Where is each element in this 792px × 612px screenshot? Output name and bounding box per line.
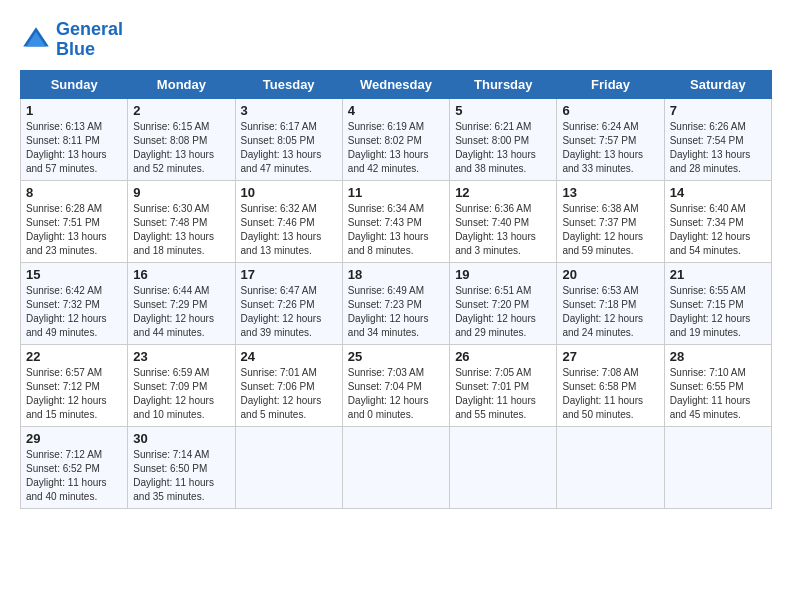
day-detail: Sunrise: 6:55 AMSunset: 7:15 PMDaylight:… [670, 284, 766, 340]
day-detail: Sunrise: 6:13 AMSunset: 8:11 PMDaylight:… [26, 120, 122, 176]
calendar-cell: 20Sunrise: 6:53 AMSunset: 7:18 PMDayligh… [557, 262, 664, 344]
logo-icon [20, 24, 52, 56]
calendar-cell: 9Sunrise: 6:30 AMSunset: 7:48 PMDaylight… [128, 180, 235, 262]
day-detail: Sunrise: 6:38 AMSunset: 7:37 PMDaylight:… [562, 202, 658, 258]
day-number: 6 [562, 103, 658, 118]
day-header-sunday: Sunday [21, 70, 128, 98]
day-detail: Sunrise: 6:34 AMSunset: 7:43 PMDaylight:… [348, 202, 444, 258]
day-number: 20 [562, 267, 658, 282]
day-detail: Sunrise: 6:17 AMSunset: 8:05 PMDaylight:… [241, 120, 337, 176]
page-header: General Blue [20, 20, 772, 60]
day-number: 11 [348, 185, 444, 200]
calendar-cell: 11Sunrise: 6:34 AMSunset: 7:43 PMDayligh… [342, 180, 449, 262]
calendar-cell: 15Sunrise: 6:42 AMSunset: 7:32 PMDayligh… [21, 262, 128, 344]
day-number: 19 [455, 267, 551, 282]
day-detail: Sunrise: 6:36 AMSunset: 7:40 PMDaylight:… [455, 202, 551, 258]
day-number: 22 [26, 349, 122, 364]
day-header-saturday: Saturday [664, 70, 771, 98]
day-detail: Sunrise: 6:53 AMSunset: 7:18 PMDaylight:… [562, 284, 658, 340]
day-number: 18 [348, 267, 444, 282]
logo: General Blue [20, 20, 123, 60]
day-header-friday: Friday [557, 70, 664, 98]
day-number: 7 [670, 103, 766, 118]
day-detail: Sunrise: 6:57 AMSunset: 7:12 PMDaylight:… [26, 366, 122, 422]
calendar-cell [664, 426, 771, 508]
day-detail: Sunrise: 6:19 AMSunset: 8:02 PMDaylight:… [348, 120, 444, 176]
day-number: 30 [133, 431, 229, 446]
calendar-cell: 30Sunrise: 7:14 AMSunset: 6:50 PMDayligh… [128, 426, 235, 508]
day-detail: Sunrise: 6:24 AMSunset: 7:57 PMDaylight:… [562, 120, 658, 176]
day-detail: Sunrise: 6:15 AMSunset: 8:08 PMDaylight:… [133, 120, 229, 176]
day-number: 1 [26, 103, 122, 118]
calendar-cell [342, 426, 449, 508]
day-detail: Sunrise: 6:44 AMSunset: 7:29 PMDaylight:… [133, 284, 229, 340]
day-number: 3 [241, 103, 337, 118]
day-number: 26 [455, 349, 551, 364]
calendar-cell: 14Sunrise: 6:40 AMSunset: 7:34 PMDayligh… [664, 180, 771, 262]
calendar-cell [235, 426, 342, 508]
calendar-cell: 13Sunrise: 6:38 AMSunset: 7:37 PMDayligh… [557, 180, 664, 262]
day-number: 29 [26, 431, 122, 446]
day-detail: Sunrise: 6:59 AMSunset: 7:09 PMDaylight:… [133, 366, 229, 422]
day-detail: Sunrise: 7:10 AMSunset: 6:55 PMDaylight:… [670, 366, 766, 422]
day-detail: Sunrise: 7:05 AMSunset: 7:01 PMDaylight:… [455, 366, 551, 422]
calendar-cell: 4Sunrise: 6:19 AMSunset: 8:02 PMDaylight… [342, 98, 449, 180]
day-header-thursday: Thursday [450, 70, 557, 98]
calendar-cell: 10Sunrise: 6:32 AMSunset: 7:46 PMDayligh… [235, 180, 342, 262]
day-number: 21 [670, 267, 766, 282]
day-number: 27 [562, 349, 658, 364]
calendar-cell [557, 426, 664, 508]
calendar-cell: 7Sunrise: 6:26 AMSunset: 7:54 PMDaylight… [664, 98, 771, 180]
day-number: 2 [133, 103, 229, 118]
day-number: 15 [26, 267, 122, 282]
day-detail: Sunrise: 6:30 AMSunset: 7:48 PMDaylight:… [133, 202, 229, 258]
day-detail: Sunrise: 6:28 AMSunset: 7:51 PMDaylight:… [26, 202, 122, 258]
day-number: 14 [670, 185, 766, 200]
day-number: 17 [241, 267, 337, 282]
day-number: 25 [348, 349, 444, 364]
calendar-cell: 19Sunrise: 6:51 AMSunset: 7:20 PMDayligh… [450, 262, 557, 344]
calendar-table: SundayMondayTuesdayWednesdayThursdayFrid… [20, 70, 772, 509]
day-detail: Sunrise: 6:49 AMSunset: 7:23 PMDaylight:… [348, 284, 444, 340]
day-detail: Sunrise: 6:47 AMSunset: 7:26 PMDaylight:… [241, 284, 337, 340]
calendar-cell: 21Sunrise: 6:55 AMSunset: 7:15 PMDayligh… [664, 262, 771, 344]
day-detail: Sunrise: 6:26 AMSunset: 7:54 PMDaylight:… [670, 120, 766, 176]
calendar-cell: 16Sunrise: 6:44 AMSunset: 7:29 PMDayligh… [128, 262, 235, 344]
day-number: 28 [670, 349, 766, 364]
day-number: 12 [455, 185, 551, 200]
day-number: 24 [241, 349, 337, 364]
calendar-cell: 23Sunrise: 6:59 AMSunset: 7:09 PMDayligh… [128, 344, 235, 426]
day-number: 10 [241, 185, 337, 200]
calendar-cell: 17Sunrise: 6:47 AMSunset: 7:26 PMDayligh… [235, 262, 342, 344]
day-detail: Sunrise: 7:12 AMSunset: 6:52 PMDaylight:… [26, 448, 122, 504]
day-detail: Sunrise: 7:14 AMSunset: 6:50 PMDaylight:… [133, 448, 229, 504]
day-header-tuesday: Tuesday [235, 70, 342, 98]
calendar-cell: 5Sunrise: 6:21 AMSunset: 8:00 PMDaylight… [450, 98, 557, 180]
calendar-cell: 1Sunrise: 6:13 AMSunset: 8:11 PMDaylight… [21, 98, 128, 180]
calendar-cell: 24Sunrise: 7:01 AMSunset: 7:06 PMDayligh… [235, 344, 342, 426]
day-detail: Sunrise: 6:51 AMSunset: 7:20 PMDaylight:… [455, 284, 551, 340]
day-number: 8 [26, 185, 122, 200]
day-header-wednesday: Wednesday [342, 70, 449, 98]
logo-text: General Blue [56, 20, 123, 60]
calendar-cell: 26Sunrise: 7:05 AMSunset: 7:01 PMDayligh… [450, 344, 557, 426]
day-number: 13 [562, 185, 658, 200]
day-detail: Sunrise: 6:21 AMSunset: 8:00 PMDaylight:… [455, 120, 551, 176]
calendar-cell: 22Sunrise: 6:57 AMSunset: 7:12 PMDayligh… [21, 344, 128, 426]
day-detail: Sunrise: 7:08 AMSunset: 6:58 PMDaylight:… [562, 366, 658, 422]
calendar-cell [450, 426, 557, 508]
calendar-cell: 18Sunrise: 6:49 AMSunset: 7:23 PMDayligh… [342, 262, 449, 344]
calendar-cell: 29Sunrise: 7:12 AMSunset: 6:52 PMDayligh… [21, 426, 128, 508]
calendar-cell: 8Sunrise: 6:28 AMSunset: 7:51 PMDaylight… [21, 180, 128, 262]
calendar-cell: 3Sunrise: 6:17 AMSunset: 8:05 PMDaylight… [235, 98, 342, 180]
day-header-monday: Monday [128, 70, 235, 98]
calendar-cell: 12Sunrise: 6:36 AMSunset: 7:40 PMDayligh… [450, 180, 557, 262]
day-detail: Sunrise: 6:40 AMSunset: 7:34 PMDaylight:… [670, 202, 766, 258]
calendar-cell: 6Sunrise: 6:24 AMSunset: 7:57 PMDaylight… [557, 98, 664, 180]
day-detail: Sunrise: 6:32 AMSunset: 7:46 PMDaylight:… [241, 202, 337, 258]
day-number: 5 [455, 103, 551, 118]
calendar-cell: 25Sunrise: 7:03 AMSunset: 7:04 PMDayligh… [342, 344, 449, 426]
day-detail: Sunrise: 6:42 AMSunset: 7:32 PMDaylight:… [26, 284, 122, 340]
day-number: 16 [133, 267, 229, 282]
day-number: 4 [348, 103, 444, 118]
